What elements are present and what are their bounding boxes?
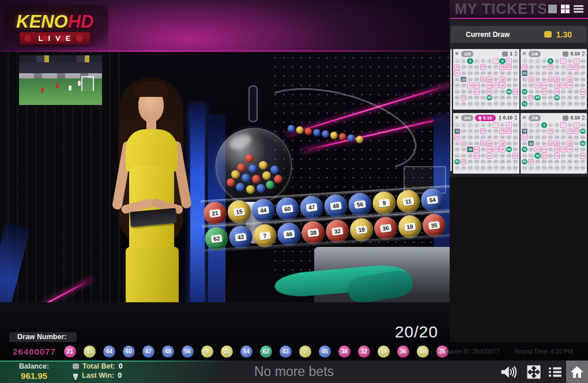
number-cell-24[interactable]: 24 [541,134,547,140]
number-cell-70[interactable]: 70 [580,159,586,165]
number-cell-50[interactable]: 50 [512,82,518,88]
number-cell-46[interactable]: 46 [554,82,560,88]
home-button[interactable] [566,361,588,383]
number-cell-10[interactable]: 10 [512,58,518,64]
number-cell-36[interactable]: 36 [487,141,492,147]
number-cell-25[interactable]: 25 [548,134,553,140]
number-cell-61[interactable]: 61 [522,159,527,165]
number-cell-47[interactable]: 47 [493,147,499,152]
number-cell-19[interactable]: 19 [506,65,512,70]
number-cell-74[interactable]: 74 [474,101,480,107]
number-cell-52[interactable]: 52 [461,153,466,159]
number-cell-59[interactable]: 59 [574,153,579,159]
number-cell-75[interactable]: 75 [480,101,486,107]
number-cell-55[interactable]: 55 [548,89,553,95]
number-cell-24[interactable]: 24 [541,70,547,76]
number-cell-65[interactable]: 65 [480,95,486,101]
number-cell-39[interactable]: 39 [506,141,512,147]
number-cell-43[interactable]: 43 [534,147,540,152]
number-cell-30[interactable]: 30 [512,70,518,76]
number-cell-76[interactable]: 76 [487,101,492,107]
number-cell-35[interactable]: 35 [480,77,486,82]
number-cell-72[interactable]: 72 [528,101,534,107]
number-cell-55[interactable]: 55 [548,153,553,159]
favorite-star-icon[interactable]: ★ [454,115,459,121]
number-cell-7[interactable]: 7 [560,58,566,64]
number-cell-44[interactable]: 44 [474,82,480,88]
number-cell-49[interactable]: 49 [574,147,579,152]
number-cell-4[interactable]: 4 [474,122,480,128]
number-cell-55[interactable]: 55 [480,153,486,159]
number-cell-60[interactable]: 60 [512,153,518,159]
number-cell-12[interactable]: 12 [528,129,534,134]
ticket-4[interactable]: ★2\80.1012345678910111213141516171819202… [521,113,587,174]
number-cell-25[interactable]: 25 [548,70,553,76]
number-cell-16[interactable]: 16 [554,65,560,70]
number-cell-20[interactable]: 20 [512,129,518,134]
list-view-icon[interactable] [574,5,583,13]
favorite-star-icon[interactable]: ★ [522,115,527,121]
number-cell-37[interactable]: 37 [493,141,499,147]
number-cell-5[interactable]: 5 [480,58,486,64]
bet-stepper[interactable] [514,115,518,121]
number-cell-48[interactable]: 48 [499,147,505,152]
number-cell-35[interactable]: 35 [480,141,486,147]
number-cell-54[interactable]: 54 [474,89,480,95]
number-cell-72[interactable]: 72 [461,165,466,171]
number-cell-1[interactable]: 1 [522,122,527,128]
number-cell-76[interactable]: 76 [554,165,560,171]
number-cell-56[interactable]: 56 [487,153,492,159]
number-cell-9[interactable]: 9 [506,122,512,128]
number-cell-73[interactable]: 73 [534,101,540,107]
number-cell-19[interactable]: 19 [574,129,579,134]
number-cell-17[interactable]: 17 [493,65,499,70]
number-cell-53[interactable]: 53 [534,153,540,159]
number-cell-45[interactable]: 45 [548,82,553,88]
number-cell-72[interactable]: 72 [528,165,534,171]
number-cell-66[interactable]: 66 [554,95,560,101]
number-cell-8[interactable]: 8 [499,58,505,64]
number-cell-79[interactable]: 79 [574,101,579,107]
number-cell-46[interactable]: 46 [554,147,560,152]
number-cell-5[interactable]: 5 [480,122,486,128]
number-cell-70[interactable]: 70 [512,159,518,165]
number-cell-31[interactable]: 31 [522,77,527,82]
number-cell-49[interactable]: 49 [506,82,512,88]
number-cell-27[interactable]: 27 [493,134,499,140]
number-cell-29[interactable]: 29 [506,134,512,140]
number-cell-11[interactable]: 11 [454,65,460,70]
number-cell-65[interactable]: 65 [548,159,553,165]
number-cell-33[interactable]: 33 [534,141,540,147]
number-cell-14[interactable]: 14 [541,65,547,70]
number-cell-43[interactable]: 43 [534,82,540,88]
ticket-3[interactable]: ★2\40.100.101234567891011121314151617181… [453,113,519,174]
bet-stepper[interactable] [514,51,518,57]
number-cell-20[interactable]: 20 [580,129,586,134]
number-cell-5[interactable]: 5 [548,58,553,64]
number-cell-66[interactable]: 66 [487,159,492,165]
number-cell-15[interactable]: 15 [480,65,486,70]
number-cell-33[interactable]: 33 [467,141,473,147]
number-cell-56[interactable]: 56 [554,89,560,95]
number-cell-17[interactable]: 17 [493,129,499,134]
number-cell-46[interactable]: 46 [487,147,492,152]
number-cell-6[interactable]: 6 [487,58,492,64]
number-cell-63[interactable]: 63 [467,95,473,101]
number-cell-52[interactable]: 52 [528,153,534,159]
number-cell-22[interactable]: 22 [461,70,466,76]
number-cell-49[interactable]: 49 [574,82,579,88]
number-cell-35[interactable]: 35 [548,77,553,82]
number-cell-79[interactable]: 79 [506,165,512,171]
number-cell-34[interactable]: 34 [474,141,480,147]
number-cell-53[interactable]: 53 [534,89,540,95]
number-cell-20[interactable]: 20 [580,65,586,70]
number-cell-66[interactable]: 66 [487,95,492,101]
number-cell-34[interactable]: 34 [541,77,547,82]
number-cell-68[interactable]: 68 [499,159,505,165]
number-cell-22[interactable]: 22 [461,134,466,140]
number-cell-63[interactable]: 63 [534,159,540,165]
number-cell-54[interactable]: 54 [541,89,547,95]
number-cell-18[interactable]: 18 [499,129,505,134]
number-cell-80[interactable]: 80 [580,101,586,107]
number-cell-32[interactable]: 32 [528,141,534,147]
